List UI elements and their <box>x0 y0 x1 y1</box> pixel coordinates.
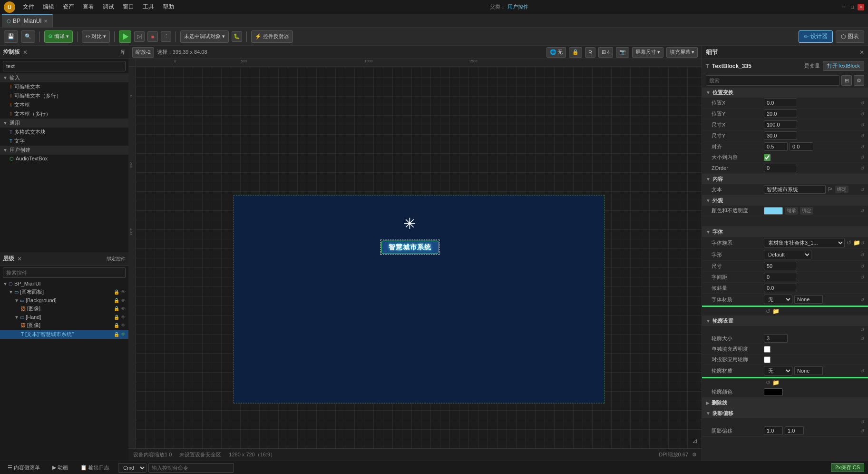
fill-opacity-checkbox[interactable] <box>764 346 770 353</box>
r-button[interactable]: R <box>585 47 595 58</box>
tab-bp-mianui[interactable]: ⬡ BP_MianUI ✕ <box>2 14 53 28</box>
shadow-y-input[interactable] <box>785 426 804 435</box>
menu-asset[interactable]: 资产 <box>59 2 78 12</box>
palette-item-richtext[interactable]: T 多格式文本块 <box>0 128 128 137</box>
debug-target-button[interactable]: 未选中调试对象 ▾ <box>180 30 229 43</box>
hier-text-selected[interactable]: T [文本]"智慧城市系统" 🔒 👁 <box>0 330 128 339</box>
compile-button[interactable]: ⚙ 编译 ▾ <box>44 30 73 43</box>
appearance-section-header[interactable]: ▼ 外观 <box>702 196 868 206</box>
step-over-button[interactable]: ▷| <box>134 31 145 42</box>
hier-image2[interactable]: 🖼 [图像] 🔒 👁 <box>0 321 128 330</box>
input-category-header[interactable]: ▼ 输入 <box>0 73 128 82</box>
font-section-header[interactable]: ▼ 字体 <box>702 227 868 237</box>
compare-button[interactable]: ⇔ 对比 ▾ <box>82 30 110 43</box>
debug-icon-button[interactable]: 🐛 <box>232 31 242 42</box>
shadow-x-input[interactable] <box>764 426 783 435</box>
transform-section-header[interactable]: ▼ 位置变换 <box>702 88 868 98</box>
letter-spacing-input[interactable] <box>764 273 797 281</box>
image1-eye-icon[interactable]: 👁 <box>121 306 126 311</box>
palette-close-button[interactable]: ✕ <box>23 49 28 56</box>
outline-asset-folder-icon[interactable]: 📁 <box>772 379 780 386</box>
text-content-input[interactable] <box>764 185 826 194</box>
text-eye-icon[interactable]: 👁 <box>121 332 126 337</box>
image1-lock-icon[interactable]: 🔒 <box>114 306 119 311</box>
menu-help[interactable]: 帮助 <box>159 2 178 12</box>
details-settings-button[interactable]: ⚙ <box>854 75 864 86</box>
screen-size-button[interactable]: 屏幕尺寸 ▾ <box>632 47 663 58</box>
menu-tools[interactable]: 工具 <box>139 2 158 12</box>
palette-item-textbox-multiline[interactable]: T 文本框（多行） <box>0 109 128 118</box>
outline-asset-reload-icon[interactable]: ↺ <box>766 379 770 386</box>
outline-material-asset-input[interactable] <box>794 366 823 375</box>
hier-hand[interactable]: ▼ ▭ [Hand] 🔒 👁 <box>0 313 128 321</box>
shadow-outline-checkbox[interactable] <box>764 356 770 363</box>
font-material-reset[interactable]: ↺ <box>860 297 864 302</box>
shadow-section-header[interactable]: ▼ 阴影偏移 <box>702 408 868 418</box>
close-button[interactable]: ✕ <box>858 4 864 10</box>
widget-text-label[interactable]: 智慧城市系统 <box>381 241 439 254</box>
shadow-offset-reset[interactable]: ↺ <box>860 428 864 434</box>
widget-container[interactable]: 智慧城市系统 <box>381 241 439 254</box>
font-style-reset[interactable]: ↺ <box>860 252 864 257</box>
hier-image1[interactable]: 🖼 [图像] 🔒 👁 <box>0 304 128 313</box>
font-asset-folder-icon[interactable]: 📁 <box>772 308 780 315</box>
pos-y-input[interactable] <box>764 109 797 118</box>
more-button[interactable]: ⋮ <box>161 31 171 42</box>
cmd-input-field[interactable] <box>148 463 234 473</box>
color-reset[interactable]: ↺ <box>860 208 864 213</box>
outline-size-input[interactable] <box>764 334 788 343</box>
bind-controls-button[interactable]: 绑定控件 <box>107 256 126 262</box>
stop-button[interactable]: ■ <box>147 31 158 42</box>
hier-background[interactable]: ▼ ▭ [Background] 🔒 👁 <box>0 296 128 304</box>
camera-button[interactable]: 📷 <box>616 47 629 58</box>
lock-button[interactable]: 🔒 <box>569 47 582 58</box>
browse-button[interactable]: 🔍 <box>21 30 35 43</box>
text-reset[interactable]: ↺ <box>860 187 864 192</box>
play-button[interactable] <box>119 30 131 43</box>
canvas-resize-handle[interactable]: ⊿ <box>692 437 698 444</box>
menu-edit[interactable]: 编辑 <box>39 2 58 12</box>
font-asset-reload-icon[interactable]: ↺ <box>766 308 770 315</box>
minimize-button[interactable]: ─ <box>840 4 847 10</box>
settings-icon[interactable]: ⚙ <box>692 452 697 458</box>
outline-material-reset[interactable]: ↺ <box>860 368 864 374</box>
bg-lock-icon[interactable]: 🔒 <box>114 298 119 303</box>
zorder-input[interactable] <box>764 164 797 172</box>
hierarchy-close-button[interactable]: ✕ <box>17 256 22 262</box>
design-mode-button[interactable]: ✏ 设计器 <box>799 30 833 43</box>
palette-search-input[interactable] <box>3 61 126 71</box>
tab-close-button[interactable]: ✕ <box>44 19 48 24</box>
save-button[interactable]: 💾 <box>4 30 18 43</box>
font-material-asset-input[interactable] <box>794 295 823 304</box>
image2-eye-icon[interactable]: 👁 <box>121 323 126 328</box>
zorder-reset[interactable]: ↺ <box>860 166 864 171</box>
details-grid-view-button[interactable]: ⊞ <box>841 75 852 86</box>
menu-window[interactable]: 窗口 <box>119 2 138 12</box>
canvas-viewport[interactable]: ✳ 智慧城市系统 ⊿ <box>136 67 702 448</box>
graph-mode-button[interactable]: ⬡ 图表 <box>836 30 864 43</box>
bg-eye-icon[interactable]: 👁 <box>121 298 126 303</box>
hier-root[interactable]: ▼ ⬡ BP_MianUI <box>0 280 128 287</box>
user-category-header[interactable]: ▼ 用户创建 <box>0 146 128 155</box>
open-textblock-button[interactable]: 打开TextBlock <box>823 61 864 71</box>
outline-section-header[interactable]: ▼ 轮廓设置 <box>702 316 868 326</box>
output-log-button[interactable]: 📋 输出日志 <box>77 463 113 472</box>
size-x-reset[interactable]: ↺ <box>860 122 864 128</box>
letter-spacing-reset[interactable]: ↺ <box>860 275 864 280</box>
canvas-lock-icon[interactable]: 🔒 <box>114 289 119 295</box>
hierarchy-search-input[interactable] <box>3 267 126 278</box>
content-sidebar-button[interactable]: ☰ 内容侧滚单 <box>4 463 44 472</box>
canvas-widget[interactable]: ✳ 智慧城市系统 <box>381 241 439 254</box>
palette-item-textbox[interactable]: T 文本框 <box>0 100 128 109</box>
canvas-eye-icon[interactable]: 👁 <box>121 289 126 295</box>
palette-item-editable-text[interactable]: T 可编辑文本 <box>0 82 128 91</box>
slope-input[interactable] <box>764 284 797 292</box>
outline-color-swatch[interactable] <box>764 388 783 396</box>
menu-debug[interactable]: 调试 <box>99 2 118 12</box>
fit-content-checkbox[interactable] <box>764 154 770 161</box>
image2-lock-icon[interactable]: 🔒 <box>114 323 119 328</box>
outline-size-reset[interactable]: ↺ <box>860 336 864 341</box>
reflector-button[interactable]: ⚡ 控件反射器 <box>251 30 293 43</box>
outline-material-select[interactable]: 无 <box>764 366 792 375</box>
library-button[interactable]: 库 <box>120 49 126 56</box>
